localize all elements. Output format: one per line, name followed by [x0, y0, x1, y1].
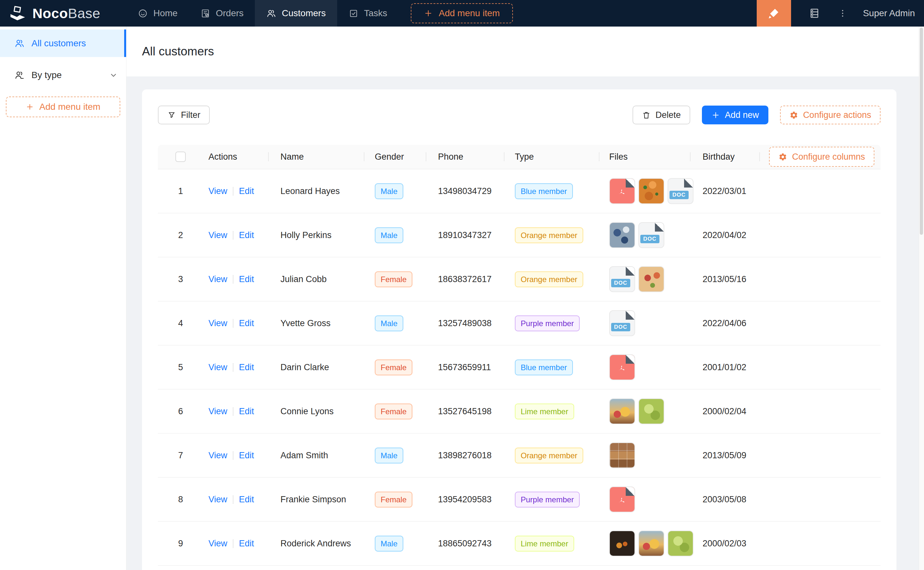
image-thumbnail[interactable] [638, 266, 664, 292]
link-divider [233, 275, 234, 284]
scrollbar-thumb[interactable] [920, 28, 923, 235]
cell-birthday: 2000/02/03 [690, 539, 759, 549]
highlighter-pen-icon [767, 7, 780, 20]
cell-birthday: 2003/05/08 [690, 495, 759, 504]
link-divider [233, 231, 234, 240]
view-link[interactable]: View [209, 230, 227, 240]
cell-name: Connie Lyons [268, 406, 364, 417]
sidebar-item-all-customers[interactable]: All customers [0, 29, 126, 57]
pdf-file-icon[interactable] [609, 178, 635, 204]
pdf-file-icon[interactable] [609, 486, 635, 512]
ui-editor-button[interactable] [757, 0, 791, 26]
edit-link[interactable]: Edit [239, 539, 254, 549]
nav-item-tasks[interactable]: Tasks [337, 0, 399, 26]
view-link[interactable]: View [209, 539, 227, 549]
cell-phone: 13954209583 [426, 495, 504, 504]
image-thumbnail[interactable] [638, 178, 664, 204]
table-row: 8ViewEditFrankie SimpsonFemale1395420958… [158, 478, 881, 522]
pdf-file-icon[interactable] [609, 354, 635, 380]
nav-item-orders[interactable]: Orders [189, 0, 255, 26]
logo-text: NocoBase [32, 6, 100, 21]
user-menu[interactable]: Super Admin [863, 8, 915, 18]
cell-type: Orange member [504, 447, 599, 463]
nav-items: HomeOrdersCustomersTasks [126, 0, 398, 26]
edit-link[interactable]: Edit [239, 406, 254, 417]
select-all-checkbox[interactable] [175, 152, 186, 162]
cell-birthday: 2001/01/02 [690, 362, 759, 372]
filter-button[interactable]: Filter [158, 106, 210, 124]
cell-gender: Male [364, 536, 426, 552]
image-thumbnail[interactable] [638, 530, 664, 556]
plus-icon [711, 111, 720, 120]
toolbar-right: Delete Add new Configure actions [632, 106, 881, 124]
type-tag: Lime member [515, 403, 574, 420]
doc-file-icon[interactable]: DOC [638, 222, 664, 248]
doc-file-icon[interactable]: DOC [667, 178, 693, 204]
cell-phone: 18865092743 [426, 539, 504, 549]
cell-type: Lime member [504, 403, 599, 420]
image-thumbnail[interactable] [638, 398, 664, 424]
cell-phone: 13898276018 [426, 450, 504, 461]
image-thumbnail[interactable] [609, 398, 635, 424]
cell-phone: 18638372617 [426, 274, 504, 284]
cell-name: Yvette Gross [268, 318, 364, 328]
view-link[interactable]: View [209, 495, 227, 504]
edit-link[interactable]: Edit [239, 450, 254, 461]
cell-files: DOC [599, 178, 690, 204]
nav-item-label: Customers [282, 8, 326, 18]
doc-file-icon[interactable]: DOC [609, 310, 635, 336]
image-thumbnail[interactable] [609, 443, 635, 468]
edit-link[interactable]: Edit [239, 230, 254, 240]
edit-link[interactable]: Edit [239, 495, 254, 504]
add-new-button[interactable]: Add new [702, 106, 769, 124]
gear-icon [789, 111, 798, 120]
cell-name: Darin Clarke [268, 362, 364, 372]
type-tag: Lime member [515, 536, 574, 552]
nav-item-customers[interactable]: Customers [255, 0, 337, 26]
row-index: 1 [158, 186, 203, 196]
doc-label: DOC [640, 235, 660, 243]
nav-item-label: Orders [216, 8, 244, 18]
view-link[interactable]: View [209, 406, 227, 417]
edit-link[interactable]: Edit [239, 362, 254, 372]
doc-file-icon[interactable]: DOC [609, 266, 635, 292]
view-link[interactable]: View [209, 186, 227, 196]
delete-button[interactable]: Delete [632, 106, 690, 124]
gender-tag: Female [375, 492, 412, 507]
table-header: Actions Name Gender Phone Type Files Bir… [158, 145, 881, 169]
view-link[interactable]: View [209, 274, 227, 284]
cell-birthday: 2000/02/04 [690, 406, 759, 417]
table-row: 1ViewEditLeonard HayesMale13498034729Blu… [158, 169, 881, 213]
page-header: All customers [126, 26, 924, 77]
configure-columns-button[interactable]: Configure columns [769, 147, 875, 167]
page-fold [626, 487, 635, 496]
window-scrollbar[interactable] [919, 26, 924, 570]
edit-link[interactable]: Edit [239, 186, 254, 196]
team-icon [14, 38, 25, 49]
edit-link[interactable]: Edit [239, 274, 254, 284]
view-link[interactable]: View [209, 362, 227, 372]
type-tag: Orange member [515, 447, 583, 463]
edit-link[interactable]: Edit [239, 318, 254, 328]
image-thumbnail[interactable] [667, 530, 693, 556]
gender-tag: Male [375, 227, 403, 243]
image-thumbnail[interactable] [609, 222, 635, 248]
column-header-gender: Gender [364, 145, 426, 169]
image-thumbnail[interactable] [609, 530, 635, 556]
nav-item-home[interactable]: Home [126, 0, 189, 26]
team-type-icon [14, 70, 25, 80]
app-logo[interactable]: NocoBase [0, 4, 126, 23]
view-link[interactable]: View [209, 318, 227, 328]
view-link[interactable]: View [209, 450, 227, 461]
sidebar-item-by-type[interactable]: By type [0, 61, 126, 89]
sidebar-add-menu-item-label: Add menu item [39, 102, 100, 112]
sidebar-add-menu-item-button[interactable]: Add menu item [6, 97, 120, 117]
doc-label: DOC [611, 323, 630, 331]
configure-actions-button[interactable]: Configure actions [780, 106, 881, 124]
nav-add-menu-item-button[interactable]: Add menu item [411, 3, 513, 23]
vertical-ellipsis-icon[interactable] [838, 8, 847, 18]
column-header-birthday: Birthday [690, 145, 759, 169]
filter-funnel-icon [167, 111, 176, 120]
cell-type: Blue member [504, 360, 599, 375]
database-server-icon[interactable] [809, 8, 820, 19]
